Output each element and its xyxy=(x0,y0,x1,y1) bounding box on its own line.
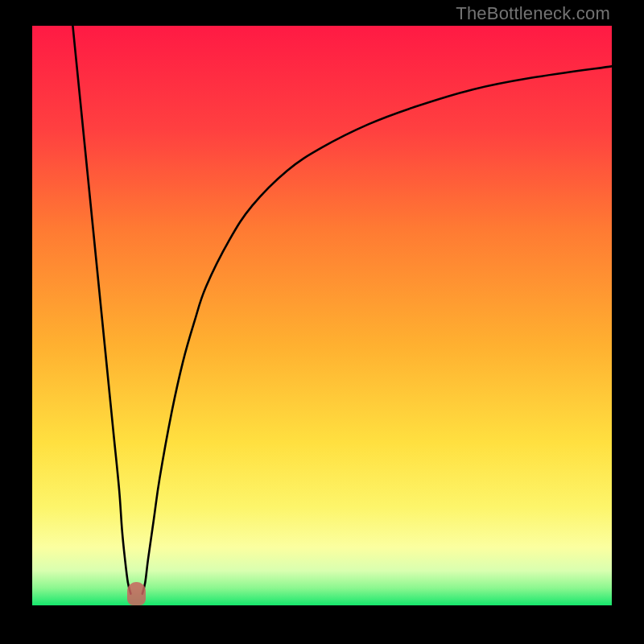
bottleneck-curve xyxy=(32,26,612,605)
chart-frame: TheBottleneck.com xyxy=(0,0,644,644)
plot-area xyxy=(32,26,612,605)
watermark-text: TheBottleneck.com xyxy=(456,3,610,24)
curve-left-branch xyxy=(72,26,130,594)
optimum-marker xyxy=(127,582,146,605)
curve-right-branch xyxy=(142,66,612,593)
